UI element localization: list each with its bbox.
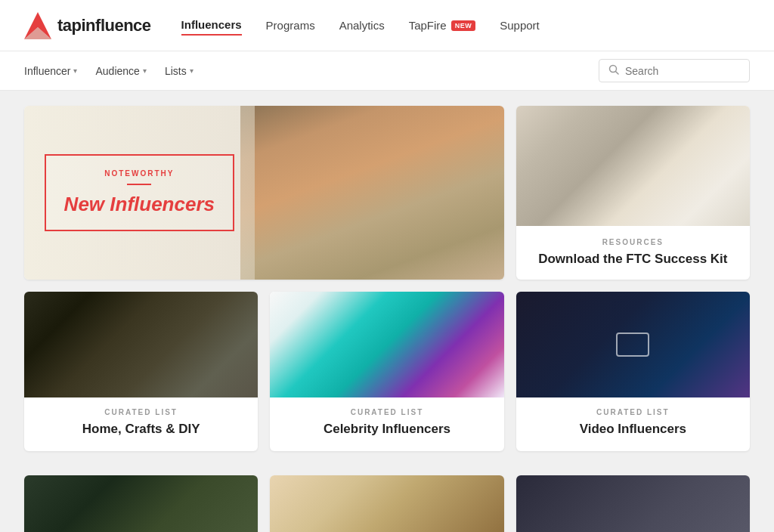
logo-icon xyxy=(24,12,51,39)
ftc-image-bg xyxy=(516,106,750,226)
home-crafts-image xyxy=(24,292,258,397)
celebrity-title: Celebrity Influencers xyxy=(282,421,491,438)
chevron-down-icon: ▾ xyxy=(73,66,77,75)
featured-image xyxy=(240,106,504,280)
video-content: CURATED LIST Video Influencers xyxy=(516,397,750,451)
sub-nav-left: Influencer ▾ Audience ▾ Lists ▾ xyxy=(24,65,599,77)
partial-card-left[interactable] xyxy=(24,475,258,532)
video-title: Video Influencers xyxy=(528,421,738,438)
featured-card[interactable]: NOTEWORTHY New Influencers xyxy=(24,106,504,280)
sub-navigation: Influencer ▾ Audience ▾ Lists ▾ xyxy=(0,51,774,91)
video-label: CURATED LIST xyxy=(528,408,738,416)
featured-label: NOTEWORTHY xyxy=(64,169,215,178)
featured-overlay: NOTEWORTHY New Influencers xyxy=(24,106,255,280)
ftc-label: RESOURCES xyxy=(528,238,738,246)
svg-line-3 xyxy=(616,72,619,75)
new-badge: NEW xyxy=(451,20,476,31)
nav-item-analytics[interactable]: Analytics xyxy=(339,16,385,35)
partial-card-right[interactable] xyxy=(516,475,750,532)
video-card[interactable]: CURATED LIST Video Influencers xyxy=(516,292,750,451)
featured-divider xyxy=(127,184,151,185)
search-icon xyxy=(608,64,619,77)
main-content: NOTEWORTHY New Influencers RESOURCES Dow… xyxy=(0,91,774,532)
home-crafts-label: CURATED LIST xyxy=(36,408,246,416)
celebrity-content: CURATED LIST Celebrity Influencers xyxy=(270,397,503,451)
search-box[interactable] xyxy=(599,59,750,82)
featured-title: New Influencers xyxy=(64,193,215,216)
logo-text: tapinfluence xyxy=(57,16,151,36)
nav-item-tapfire[interactable]: TapFire NEW xyxy=(409,16,476,35)
subnav-audience[interactable]: Audience ▾ xyxy=(95,65,146,77)
ftc-title: Download the FTC Success Kit xyxy=(528,251,738,268)
logo[interactable]: tapinfluence xyxy=(24,12,151,39)
partial-bottom-row xyxy=(24,475,750,532)
chevron-down-icon: ▾ xyxy=(143,66,147,75)
search-input[interactable] xyxy=(625,65,740,77)
home-crafts-card[interactable]: CURATED LIST Home, Crafts & DIY xyxy=(24,292,258,451)
ftc-image xyxy=(516,106,750,226)
featured-box: NOTEWORTHY New Influencers xyxy=(45,154,234,231)
ftc-content: RESOURCES Download the FTC Success Kit xyxy=(516,226,750,280)
top-navigation: tapinfluence Influencers Programs Analyt… xyxy=(0,0,774,51)
main-nav: Influencers Programs Analytics TapFire N… xyxy=(181,15,750,36)
nav-item-influencers[interactable]: Influencers xyxy=(181,15,242,36)
card-grid: NOTEWORTHY New Influencers RESOURCES Dow… xyxy=(24,106,750,463)
celebrity-image xyxy=(270,292,503,397)
partial-card-mid[interactable] xyxy=(270,475,503,532)
chevron-down-icon: ▾ xyxy=(190,66,194,75)
home-crafts-title: Home, Crafts & DIY xyxy=(36,421,246,438)
nav-item-support[interactable]: Support xyxy=(500,16,540,35)
celebrity-label: CURATED LIST xyxy=(282,408,491,416)
video-image xyxy=(516,292,750,397)
subnav-lists[interactable]: Lists ▾ xyxy=(165,65,194,77)
ftc-card[interactable]: RESOURCES Download the FTC Success Kit xyxy=(516,106,750,280)
home-crafts-content: CURATED LIST Home, Crafts & DIY xyxy=(24,397,258,451)
nav-item-programs[interactable]: Programs xyxy=(266,16,315,35)
subnav-influencer[interactable]: Influencer ▾ xyxy=(24,65,77,77)
celebrity-card[interactable]: CURATED LIST Celebrity Influencers xyxy=(270,292,503,451)
